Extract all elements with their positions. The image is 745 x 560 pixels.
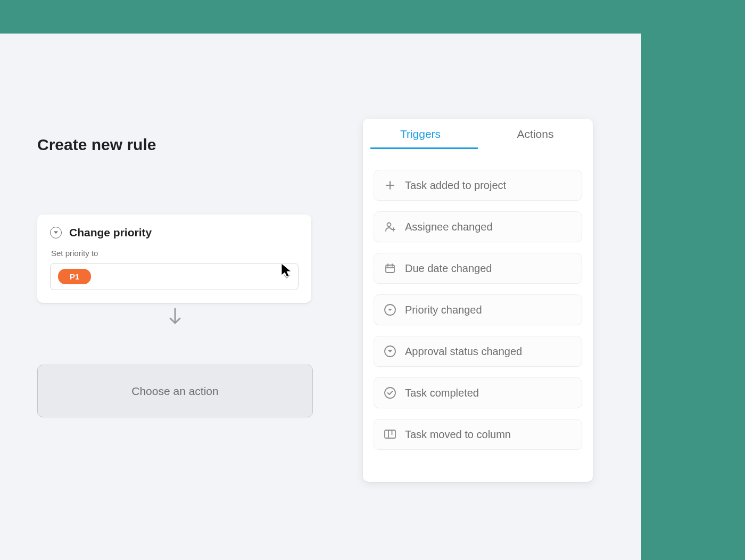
action-placeholder-label: Choose an action [131, 385, 218, 398]
flow-arrow-icon [168, 307, 183, 329]
svg-rect-1 [386, 265, 394, 273]
user-plus-icon [384, 220, 396, 233]
trigger-approval-status-changed[interactable]: Approval status changed [374, 336, 582, 367]
priority-field-label: Set priority to [51, 249, 299, 258]
trigger-label: Task added to project [405, 179, 506, 192]
choose-action-button[interactable]: Choose an action [37, 365, 313, 417]
tab-triggers-label: Triggers [400, 128, 441, 141]
columns-icon [384, 428, 396, 441]
triggers-actions-panel: Triggers Actions Task added to project [363, 119, 593, 482]
panel-tabs: Triggers Actions [363, 119, 593, 150]
check-circle-icon [384, 386, 396, 399]
trigger-label: Approval status changed [405, 345, 522, 358]
trigger-task-added[interactable]: Task added to project [374, 170, 582, 201]
page-title: Create new rule [37, 136, 156, 154]
top-bar [0, 0, 745, 34]
trigger-label: Task moved to column [405, 429, 511, 441]
tab-triggers[interactable]: Triggers [363, 119, 478, 149]
trigger-label: Priority changed [405, 304, 482, 316]
calendar-icon [384, 262, 396, 275]
rule-card-header: Change priority [50, 226, 299, 239]
plus-icon [384, 179, 396, 192]
dropdown-circle-icon [384, 345, 396, 358]
tab-actions-label: Actions [517, 128, 554, 141]
tab-actions[interactable]: Actions [478, 119, 593, 149]
trigger-label: Assignee changed [405, 221, 493, 233]
svg-point-0 [387, 223, 391, 227]
rule-trigger-card: Change priority Set priority to P1 [37, 215, 311, 303]
trigger-task-moved-column[interactable]: Task moved to column [374, 419, 582, 450]
dropdown-circle-icon [50, 227, 62, 238]
svg-point-4 [385, 388, 395, 398]
trigger-priority-changed[interactable]: Priority changed [374, 294, 582, 325]
chevron-down-icon [283, 272, 291, 282]
trigger-task-completed[interactable]: Task completed [374, 377, 582, 408]
dropdown-circle-icon [384, 303, 396, 316]
main-content: Create new rule Change priority Set prio… [0, 34, 641, 560]
trigger-label: Task completed [405, 387, 479, 399]
trigger-due-date-changed[interactable]: Due date changed [374, 253, 582, 284]
priority-select[interactable]: P1 [50, 263, 299, 290]
rule-card-title: Change priority [69, 226, 152, 239]
trigger-label: Due date changed [405, 262, 492, 275]
trigger-assignee-changed[interactable]: Assignee changed [374, 211, 582, 242]
trigger-list: Task added to project Assignee changed [363, 150, 593, 450]
priority-badge: P1 [58, 269, 91, 284]
svg-rect-5 [385, 430, 395, 438]
